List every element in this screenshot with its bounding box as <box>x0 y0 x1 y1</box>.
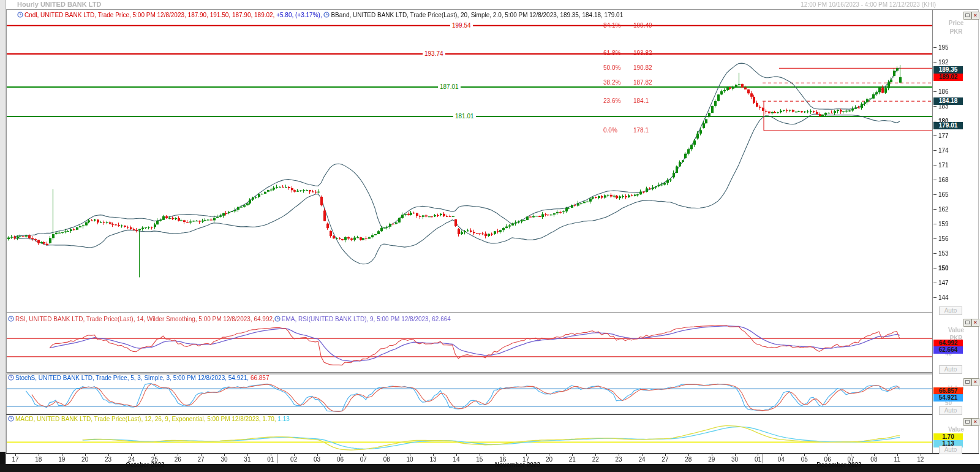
candle-legend-text: Cndl, UNITED BANK LTD, Trade Price, 5:00… <box>24 12 274 18</box>
chart-canvas[interactable] <box>0 0 980 472</box>
price-axis-title: Price <box>942 20 970 26</box>
clock-icon <box>17 12 23 18</box>
window-left-edge <box>0 0 6 472</box>
price-axis-currency: PKR <box>942 28 970 35</box>
date-range-label: 12:00 PM 10/16/2023 - 4:00 PM 12/12/2023… <box>723 1 936 8</box>
window-title: Hourly UNITED BANK LTD <box>17 1 101 8</box>
chart-window: Hourly UNITED BANK LTD 12:00 PM 10/16/20… <box>0 0 980 472</box>
candle-change-text: +5.80, (+3.17%), <box>274 12 322 18</box>
clock-icon <box>323 12 330 18</box>
bband-legend-text: BBand, UNITED BANK LTD, Trade Price(Last… <box>331 12 623 18</box>
window-bottom-bar <box>0 464 980 472</box>
main-legend[interactable]: Cndl, UNITED BANK LTD, Trade Price, 5:00… <box>17 12 623 18</box>
